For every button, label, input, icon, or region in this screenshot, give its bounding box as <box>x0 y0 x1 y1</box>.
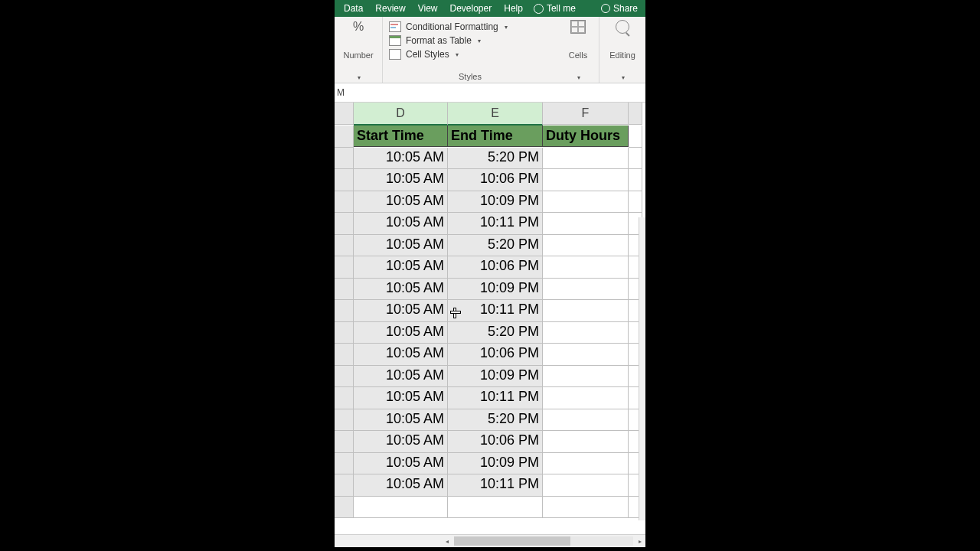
cell[interactable]: 10:06 PM <box>448 431 543 453</box>
column-header-f[interactable]: F <box>543 103 629 125</box>
scroll-right-button[interactable]: ▸ <box>635 536 645 546</box>
tell-me-search[interactable]: Tell me <box>529 3 580 14</box>
cell[interactable]: 10:11 PM <box>448 213 543 235</box>
cell[interactable] <box>543 497 629 519</box>
cell[interactable]: 10:06 PM <box>448 169 543 191</box>
worksheet[interactable]: DEFStart TimeEnd TimeDuty Hours10:05 AM5… <box>335 103 645 534</box>
row-header[interactable] <box>335 148 354 170</box>
tab-help[interactable]: Help <box>498 0 529 17</box>
row-header[interactable] <box>335 300 354 322</box>
cell[interactable] <box>354 497 448 519</box>
cell[interactable]: 10:05 AM <box>354 453 448 475</box>
cell[interactable]: 10:05 AM <box>354 387 448 409</box>
tab-developer[interactable]: Developer <box>444 0 498 17</box>
cell[interactable] <box>543 256 629 279</box>
cell[interactable] <box>543 279 629 301</box>
cell[interactable]: 10:11 PM <box>448 387 543 409</box>
percent-icon[interactable]: % <box>353 20 364 34</box>
cell[interactable] <box>543 322 629 344</box>
tab-review[interactable]: Review <box>369 0 411 17</box>
row-header[interactable] <box>335 497 354 519</box>
cell[interactable]: 10:05 AM <box>354 213 448 235</box>
row-header[interactable] <box>335 453 354 475</box>
cell[interactable] <box>629 148 642 170</box>
cell[interactable]: 10:05 AM <box>354 300 448 322</box>
cell[interactable]: 10:06 PM <box>448 344 543 366</box>
cell[interactable]: 10:09 PM <box>448 453 543 475</box>
format-as-table-button[interactable]: Format as Table ▾ <box>389 34 553 47</box>
cell[interactable] <box>629 126 642 148</box>
cell[interactable]: 5:20 PM <box>448 148 543 170</box>
tab-view[interactable]: View <box>412 0 444 17</box>
row-header[interactable] <box>335 366 354 388</box>
cell[interactable]: 10:05 AM <box>354 191 448 214</box>
cell[interactable]: 10:05 AM <box>354 474 448 497</box>
scroll-thumb[interactable] <box>454 536 570 546</box>
cell[interactable]: 10:05 AM <box>354 344 448 366</box>
column-header-next[interactable] <box>629 103 642 125</box>
cell[interactable]: 10:09 PM <box>448 279 543 301</box>
row-header[interactable] <box>335 431 354 453</box>
cell[interactable]: 10:05 AM <box>354 409 448 432</box>
row-header[interactable] <box>335 191 354 214</box>
cell[interactable]: 10:05 AM <box>354 366 448 388</box>
cell[interactable] <box>448 497 543 519</box>
row-header[interactable] <box>335 409 354 432</box>
cell[interactable]: 10:05 AM <box>354 235 448 257</box>
row-header[interactable] <box>335 387 354 409</box>
find-icon[interactable] <box>616 20 629 34</box>
editing-dropdown-icon[interactable]: ▾ <box>622 74 625 81</box>
cell[interactable]: 10:05 AM <box>354 256 448 279</box>
row-header[interactable] <box>335 322 354 344</box>
cell[interactable] <box>629 191 642 214</box>
row-header[interactable] <box>335 169 354 191</box>
cell[interactable] <box>543 148 629 170</box>
horizontal-scrollbar[interactable]: ◂ ▸ <box>335 534 645 547</box>
table-header-cell[interactable]: Start Time <box>354 126 448 147</box>
scroll-track[interactable] <box>454 536 633 546</box>
cell[interactable]: 10:11 PM <box>448 300 543 322</box>
cell[interactable]: 10:06 PM <box>448 256 543 279</box>
row-header[interactable] <box>335 256 354 279</box>
cell[interactable] <box>543 235 629 257</box>
row-header[interactable] <box>335 235 354 257</box>
cell[interactable] <box>543 169 629 191</box>
vertical-scrollbar[interactable] <box>639 217 645 520</box>
cell[interactable] <box>543 191 629 214</box>
column-header-e[interactable]: E <box>448 103 543 126</box>
cell[interactable] <box>543 431 629 453</box>
cell-styles-button[interactable]: Cell Styles ▾ <box>389 47 553 61</box>
cell[interactable] <box>543 453 629 475</box>
cell[interactable]: 10:05 AM <box>354 431 448 453</box>
row-header[interactable] <box>335 279 354 301</box>
row-header[interactable] <box>335 213 354 235</box>
cell[interactable]: 5:20 PM <box>448 322 543 344</box>
cells-dropdown-icon[interactable]: ▾ <box>577 74 580 81</box>
cell[interactable] <box>543 344 629 366</box>
cell[interactable] <box>543 300 629 322</box>
cell[interactable]: 10:05 AM <box>354 322 448 344</box>
tab-data[interactable]: Data <box>338 0 369 17</box>
cell[interactable] <box>543 409 629 432</box>
cell[interactable]: 10:09 PM <box>448 191 543 214</box>
cell[interactable] <box>629 169 642 191</box>
conditional-formatting-button[interactable]: Conditional Formatting ▾ <box>389 20 553 34</box>
row-header[interactable] <box>335 126 354 148</box>
cell[interactable]: 10:05 AM <box>354 148 448 170</box>
cell[interactable] <box>543 474 629 497</box>
cell[interactable]: 10:09 PM <box>448 366 543 388</box>
share-button[interactable]: Share <box>596 3 642 14</box>
cell[interactable]: 5:20 PM <box>448 235 543 257</box>
column-header-d[interactable]: D <box>354 103 448 126</box>
cell[interactable] <box>543 387 629 409</box>
cells-icon[interactable] <box>570 20 586 34</box>
scroll-left-button[interactable]: ◂ <box>442 536 452 546</box>
cell[interactable] <box>543 366 629 388</box>
row-header[interactable] <box>335 344 354 366</box>
formula-bar[interactable]: M <box>335 83 645 103</box>
cell[interactable]: 5:20 PM <box>448 409 543 432</box>
row-header[interactable] <box>335 474 354 497</box>
select-all-corner[interactable] <box>335 103 354 125</box>
cell[interactable]: 10:05 AM <box>354 169 448 191</box>
cell[interactable]: 10:11 PM <box>448 474 543 497</box>
